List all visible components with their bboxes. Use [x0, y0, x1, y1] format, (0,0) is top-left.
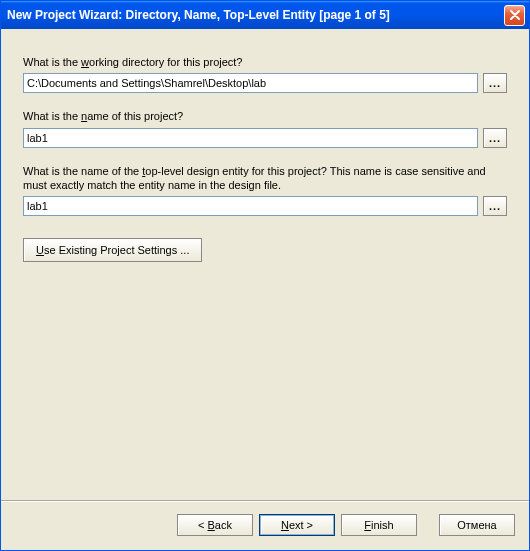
- wizard-window: New Project Wizard: Directory, Name, Top…: [0, 0, 530, 551]
- footer: < Back Next > Finish Отмена: [1, 501, 529, 550]
- project-name-label: What is the name of this project?: [23, 109, 507, 123]
- browse-dir-button[interactable]: ...: [483, 73, 507, 93]
- titlebar[interactable]: New Project Wizard: Directory, Name, Top…: [1, 1, 529, 29]
- top-level-input[interactable]: [23, 196, 478, 216]
- top-level-group: What is the name of the top-level design…: [23, 164, 507, 217]
- project-name-input[interactable]: [23, 128, 478, 148]
- close-button[interactable]: [504, 5, 525, 26]
- top-level-label: What is the name of the top-level design…: [23, 164, 507, 193]
- close-icon: [510, 10, 520, 20]
- content-area: What is the working directory for this p…: [1, 29, 529, 501]
- browse-name-button[interactable]: ...: [483, 128, 507, 148]
- window-title: New Project Wizard: Directory, Name, Top…: [7, 8, 504, 22]
- finish-button[interactable]: Finish: [341, 514, 417, 536]
- working-dir-input[interactable]: [23, 73, 478, 93]
- project-name-group: What is the name of this project? ...: [23, 109, 507, 147]
- working-dir-group: What is the working directory for this p…: [23, 55, 507, 93]
- working-dir-label: What is the working directory for this p…: [23, 55, 507, 69]
- back-button[interactable]: < Back: [177, 514, 253, 536]
- browse-entity-button[interactable]: ...: [483, 196, 507, 216]
- cancel-button[interactable]: Отмена: [439, 514, 515, 536]
- use-existing-button[interactable]: Use Existing Project Settings ...: [23, 238, 202, 262]
- next-button[interactable]: Next >: [259, 514, 335, 536]
